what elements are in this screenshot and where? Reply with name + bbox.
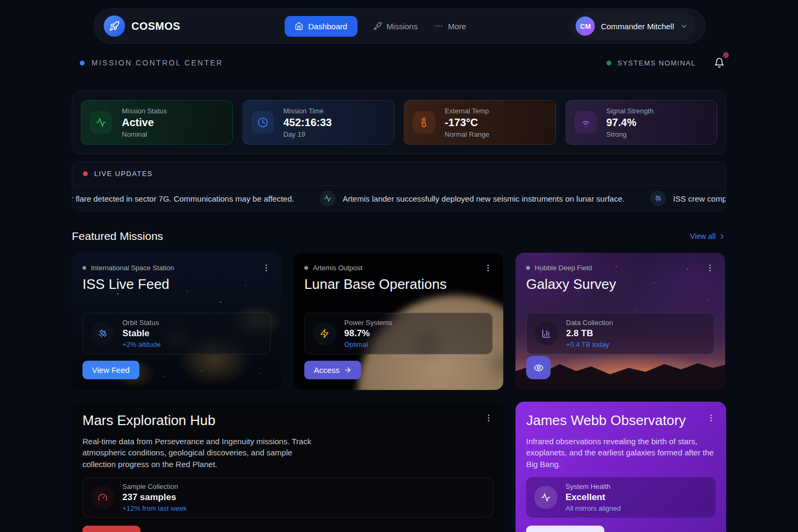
notification-badge [723,52,729,58]
mission-tag: Artemis Outpost [313,264,362,272]
webb-stat-panel: System Health Excellent All mirrors alig… [526,477,716,518]
stat-label: Power Systems [344,319,392,327]
gray-dot-icon [304,266,308,270]
kebab-menu-button[interactable] [705,263,714,272]
chevron-right-icon [718,232,726,240]
stat-value: 98.7% [344,328,392,339]
stat-value: 452:16:33 [284,117,332,129]
mission-stat-panel: Power Systems 98.7% Optimal [304,313,493,354]
cosmos-dashboard-page: COSMOS Dashboard Missions More [0,0,798,532]
mission-tag: Hubble Deep Field [535,264,592,272]
mission-card-lunar[interactable]: Artemis Outpost Lunar Base Operations Po… [294,253,503,390]
rocket-icon [373,22,382,30]
nav-item-more[interactable]: More [434,16,467,37]
mission-stat-panel: Orbit Status Stable +2% altitude [82,313,271,354]
mission-card-galaxy[interactable]: Hubble Deep Field Galaxy Survey Data Col… [516,253,725,390]
stat-card-mission-status: Mission Status Active Nominal [81,100,233,145]
gauge-icon [91,486,114,509]
brand-name: COSMOS [131,20,180,32]
stat-sub: Normal Range [445,130,489,138]
stat-value: Stable [122,328,161,339]
wifi-icon [575,111,597,134]
satellite-icon [91,322,114,345]
stat-label: Mission Time [284,107,332,115]
kebab-menu-button[interactable] [706,413,716,422]
mission-title: Galaxy Survey [526,276,714,293]
zap-icon [313,322,336,345]
mars-exploration-card[interactable]: Mars Exploration Hub Real-time data from… [72,402,504,532]
kebab-menu-button[interactable] [262,263,271,272]
brand[interactable]: COSMOS [104,15,180,37]
live-updates-panel: LIVE UPDATES Solar flare detected in sec… [72,161,726,211]
ticker-text: Artemis lander successfully deployed new… [343,194,625,203]
notifications-button[interactable] [714,57,725,68]
stat-value: 2.8 TB [566,328,613,339]
mars-stat-panel: Sample Collection 237 samples +12% from … [82,477,493,518]
gray-dot-icon [82,266,86,270]
news-ticker: Solar flare detected in sector 7G. Commu… [72,186,726,211]
live-updates-header: LIVE UPDATES [72,162,726,186]
activity-icon [320,190,336,206]
blue-dot-icon [80,61,85,65]
stat-value: 237 samples [122,492,187,503]
stat-sub: Nominal [122,130,167,138]
button-label: Access [314,365,339,375]
ticker-track: Solar flare detected in sector 7G. Commu… [72,190,726,206]
nav-item-dashboard[interactable]: Dashboard [285,16,357,37]
kebab-menu-button[interactable] [484,263,493,272]
ticker-text: Solar flare detected in sector 7G. Commu… [72,194,294,203]
stat-value: Active [122,117,167,129]
systems-status-label: SYSTEMS NOMINAL [618,59,696,67]
ticker-item: ISS crew completes critical EVA [650,190,726,206]
gray-dot-icon [526,266,530,270]
stat-label: Signal Strength [606,107,654,115]
james-webb-card[interactable]: James Webb Observatory Infrared observat… [516,402,726,532]
nav-label-missions: Missions [387,22,418,31]
stat-delta: +0.4 TB today [566,340,613,348]
eye-icon [534,363,544,373]
nav-label-more: More [448,22,466,31]
nav-links: Dashboard Missions More [285,16,467,37]
featured-missions-title: Featured Missions [72,230,163,243]
stat-delta: Optimal [344,340,392,348]
stat-label: Orbit Status [122,319,161,327]
mission-tag: International Space Station [91,264,174,272]
bell-icon [714,57,725,68]
green-dot-icon [606,61,611,65]
button-label: View Feed [92,365,130,375]
stats-panel: Mission Status Active Nominal Mission Ti… [72,90,726,154]
stat-label: System Health [566,483,621,491]
view-all-label: View all [690,232,716,240]
clock-icon [252,111,274,134]
stat-label: Sample Collection [122,483,187,491]
explore-button[interactable]: Explore [82,526,140,532]
live-updates-title: LIVE UPDATES [94,170,153,178]
stat-delta: +12% from last week [122,504,187,512]
stat-label: Data Collection [566,319,613,327]
stat-card-signal-strength: Signal Strength 97.4% Strong [566,100,718,145]
stat-value: 97.4% [606,117,654,129]
activity-icon [90,111,112,134]
mission-control-header: MISSION CONTROL CENTER SYSTEMS NOMINAL [80,57,725,68]
card-description: Infrared observations revealing the birt… [526,436,716,470]
view-all-link[interactable]: View all [690,232,726,240]
access-button[interactable]: Access [304,361,361,379]
bar-chart-icon [535,322,558,345]
systems-status: SYSTEMS NOMINAL [606,57,725,68]
user-menu[interactable]: CM Commander Mitchell [571,12,695,40]
stat-card-external-temp: External Temp -173°C Normal Range [404,100,556,145]
card-title: James Webb Observatory [526,412,716,429]
nav-item-missions[interactable]: Missions [372,16,419,37]
view-discoveries-button[interactable]: View discoveries [526,526,604,532]
mission-title: Lunar Base Operations [304,276,493,293]
kebab-menu-button[interactable] [484,413,493,422]
ticker-text: ISS crew completes critical EVA [673,194,726,203]
ticker-item: Solar flare detected in sector 7G. Commu… [72,190,294,206]
user-name: Commander Mitchell [601,22,674,31]
red-dot-icon [83,171,88,176]
view-feed-button[interactable]: View Feed [82,361,139,379]
mission-card-iss[interactable]: International Space Station ISS Live Fee… [72,253,281,390]
top-navbar: COSMOS Dashboard Missions More [94,9,705,44]
stat-label: External Temp [445,107,489,115]
view-discoveries-eye-button[interactable] [526,356,551,379]
